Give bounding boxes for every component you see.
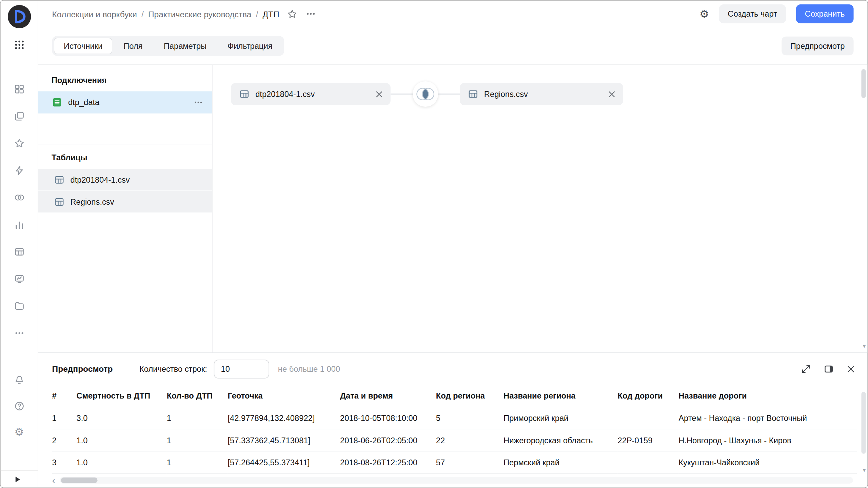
cell: 3 [52, 451, 77, 473]
join-canvas[interactable]: dtp201804-1.csv [213, 65, 867, 352]
table-row: 1 3.0 1 [42.977894,132.408922] 2018-10-0… [52, 407, 857, 429]
save-button[interactable]: Сохранить [796, 4, 854, 23]
main-area: Коллекции и воркбуки / Практические руко… [38, 1, 868, 488]
star-icon[interactable] [14, 138, 25, 149]
expand-icon[interactable] [801, 364, 811, 374]
datalens-logo[interactable] [7, 5, 31, 28]
left-rail: ⚙ [1, 1, 38, 488]
column-header: Название региона [504, 385, 618, 407]
column-header: # [52, 385, 77, 407]
cell: [57.337362,45.713081] [228, 429, 340, 451]
remove-table-icon[interactable] [376, 90, 383, 98]
cell: 3.0 [76, 407, 166, 429]
create-chart-button[interactable]: Создать чарт [719, 4, 786, 23]
cell: Нижегородская область [504, 429, 618, 451]
horizontal-scrollbar[interactable]: ‹ [52, 475, 853, 486]
cell [618, 407, 679, 429]
cell: [42.977894,132.408922] [228, 407, 340, 429]
app-window: ⚙ Коллекции и воркбуки / Практические ру… [0, 0, 868, 488]
preview-panel: Предпросмотр Количество строк: не больше… [38, 352, 868, 487]
table-row: 3 1.0 1 [57.264425,55.373411] 2018-08-26… [52, 451, 857, 473]
panel-divider [38, 144, 212, 145]
bar-chart-icon[interactable] [14, 219, 25, 230]
column-header: Код региона [436, 385, 504, 407]
cell: Кукуштан-Чайковский [678, 451, 857, 473]
dataset-settings-icon[interactable]: ⚙ [699, 8, 709, 19]
column-header: Геоточка [228, 385, 340, 407]
table-item-label: dtp201804-1.csv [70, 175, 130, 184]
chevron-left-icon[interactable]: ‹ [52, 475, 55, 485]
breadcrumb-collections[interactable]: Коллекции и воркбуки [52, 9, 137, 19]
column-header: Дата и время [340, 385, 436, 407]
entry-menu-icon[interactable] [305, 8, 316, 19]
tab-parameters[interactable]: Параметры [154, 37, 216, 54]
row-count-label: Количество строк: [139, 364, 207, 373]
chevron-down-icon[interactable]: ▾ [863, 343, 866, 349]
tab-fields[interactable]: Поля [114, 37, 153, 54]
split-panel-icon[interactable] [824, 364, 833, 374]
cell: 22 [436, 429, 504, 451]
column-header: Код дороги [618, 385, 679, 407]
cell: Приморский край [504, 407, 618, 429]
tab-filtering[interactable]: Фильтрация [218, 37, 282, 54]
bolt-icon[interactable] [14, 165, 25, 176]
table-item-regions[interactable]: Regions.csv [38, 190, 212, 212]
connection-menu-icon[interactable] [193, 97, 203, 107]
table-row: 2 1.0 1 [57.337362,45.713081] 2018-06-26… [52, 429, 857, 451]
column-header: Название дороги [678, 385, 857, 407]
cell: 1.0 [76, 429, 166, 451]
help-icon[interactable] [14, 401, 25, 412]
row-count-input[interactable] [214, 359, 269, 378]
layers-icon[interactable] [14, 111, 25, 122]
table-grid-icon [468, 88, 479, 100]
cell: 1 [52, 407, 77, 429]
breadcrumb-separator: / [256, 9, 258, 19]
preview-toggle-button[interactable]: Предпросмотр [782, 36, 854, 55]
cell: 1 [167, 429, 228, 451]
chevron-down-icon[interactable]: ▾ [863, 467, 866, 473]
cell: Н.Новгород - Шахунья - Киров [678, 429, 857, 451]
table-grid-icon [54, 196, 65, 207]
rail-footer [1, 470, 38, 488]
preview-header: Предпросмотр Количество строк: не больше… [38, 353, 868, 385]
breadcrumb: Коллекции и воркбуки / Практические руко… [52, 8, 317, 19]
close-preview-icon[interactable] [846, 364, 855, 373]
breadcrumb-guides[interactable]: Практические руководства [148, 9, 252, 19]
favorite-star-icon[interactable] [287, 8, 298, 19]
tabsbar: Источники Поля Параметры Фильтрация Пред… [38, 27, 868, 65]
cell: [57.264425,55.373411] [228, 451, 340, 473]
canvas-node-label: dtp201804-1.csv [255, 89, 370, 98]
cell: 1.0 [76, 451, 166, 473]
more-icon[interactable] [14, 328, 25, 339]
play-icon[interactable] [15, 476, 20, 482]
breadcrumb-current: ДТП [262, 9, 279, 19]
folder-icon[interactable] [14, 301, 25, 312]
venn-icon[interactable] [14, 192, 25, 203]
inner-join-icon[interactable] [413, 81, 438, 107]
canvas-scrollbar-thumb[interactable] [861, 69, 866, 98]
table-item-label: Regions.csv [70, 197, 114, 206]
settings-icon[interactable]: ⚙ [14, 427, 24, 437]
monitor-chart-icon[interactable] [14, 273, 25, 285]
canvas-node-dtp201804[interactable]: dtp201804-1.csv [231, 83, 391, 105]
apps-grid-icon[interactable] [14, 39, 25, 50]
cell: Артем - Находка - порт Восточный [678, 407, 857, 429]
remove-table-icon[interactable] [608, 90, 615, 98]
scrollbar-thumb[interactable] [61, 477, 97, 483]
grid-squares-icon[interactable] [14, 84, 25, 95]
canvas-node-label: Regions.csv [484, 89, 603, 98]
bell-icon[interactable] [14, 374, 25, 386]
table-icon[interactable] [14, 246, 25, 258]
cell: 2018-06-26T02:05:00 [340, 429, 436, 451]
cell: 22Р-0159 [618, 429, 679, 451]
connections-title: Подключения [38, 76, 212, 85]
canvas-node-regions[interactable]: Regions.csv [460, 83, 623, 105]
table-item-dtp201804[interactable]: dtp201804-1.csv [38, 169, 212, 190]
connection-item-dtp-data[interactable]: dtp_data [38, 91, 212, 113]
scrollbar-track[interactable] [60, 477, 853, 484]
tab-sources[interactable]: Источники [54, 37, 112, 54]
workspace: Подключения dtp_data [38, 65, 868, 352]
cell: 2018-10-05T08:10:00 [340, 407, 436, 429]
preview-scrollbar-thumb[interactable] [861, 392, 866, 454]
cell: Пермский край [504, 451, 618, 473]
